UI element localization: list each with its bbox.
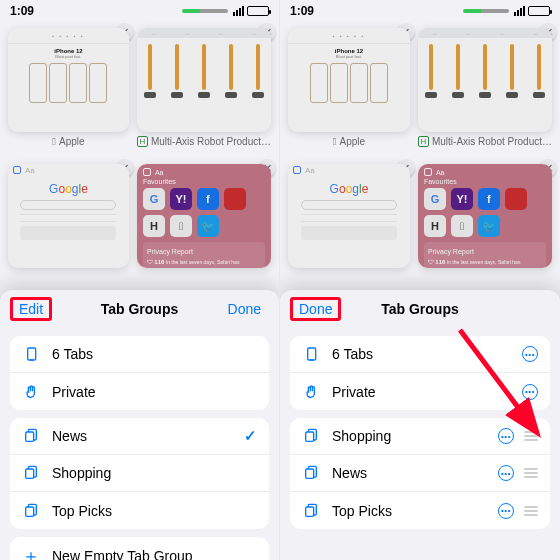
svg-rect-4 xyxy=(308,348,316,360)
hand-icon xyxy=(302,384,320,400)
edit-button[interactable]: Edit xyxy=(10,297,52,321)
drag-handle-icon[interactable] xyxy=(524,506,538,516)
tab-group-label: Top Picks xyxy=(52,503,257,519)
recording-indicator xyxy=(182,9,228,13)
tab-group-icon xyxy=(22,465,40,481)
svg-rect-3 xyxy=(26,507,34,516)
tab-group-icon xyxy=(302,503,320,519)
tab-group-icon xyxy=(302,428,320,444)
drag-handle-icon[interactable] xyxy=(524,468,538,478)
drag-handle-icon[interactable] xyxy=(524,431,538,441)
right-screenshot: 1:09 ✕ ▪ ▪ ▪ ▪ ▪ iPhone 12 Blast past fa… xyxy=(280,0,560,560)
hand-icon xyxy=(22,384,40,400)
battery-icon xyxy=(528,6,550,16)
tab-group-icon xyxy=(22,428,40,444)
recording-indicator xyxy=(463,9,509,13)
tab-group-row[interactable]: Top Picks••• xyxy=(290,492,550,529)
done-button[interactable]: Done xyxy=(220,298,269,320)
tab-overview-grid: ✕ ▪ ▪ ▪ ▪ ▪ iPhone 12 Blast past fast. … xyxy=(0,22,279,292)
tab-groups-sheet: Edit Tab Groups Done 6 Tabs Private News… xyxy=(0,290,279,560)
google-logo: Google xyxy=(330,182,369,196)
more-icon[interactable]: ••• xyxy=(522,384,538,400)
tab-group-row[interactable]: Shopping••• xyxy=(290,418,550,455)
tabs-icon xyxy=(22,346,40,362)
tab-thumb-robot[interactable]: ✕ ———— ····· HMulti-Axis Robot Product… xyxy=(137,28,271,156)
battery-icon xyxy=(247,6,269,16)
tab-thumb-google[interactable]: ✕ Aa Google xyxy=(288,164,410,292)
tabs-icon xyxy=(302,346,320,362)
status-bar: 1:09 xyxy=(0,0,279,22)
tab-group-label: Shopping xyxy=(52,465,257,481)
status-time: 1:09 xyxy=(10,4,34,18)
favourites-grid: GY!f H🐦 xyxy=(143,188,265,237)
more-icon[interactable]: ••• xyxy=(498,503,514,519)
tab-groups-list: Shopping•••News•••Top Picks••• xyxy=(290,418,550,529)
svg-rect-0 xyxy=(28,348,36,360)
tab-group-label: Shopping xyxy=(332,428,486,444)
cellular-signal-icon xyxy=(514,6,525,16)
tab-thumb-robot[interactable]: ✕ ———— ····· HMulti-Axis Robot Product… xyxy=(418,28,552,156)
site-favicon: H xyxy=(418,136,429,147)
tab-group-icon xyxy=(302,465,320,481)
svg-rect-7 xyxy=(306,507,314,516)
apple-logo-icon:  xyxy=(333,136,337,147)
svg-rect-2 xyxy=(26,469,34,478)
more-icon[interactable]: ••• xyxy=(522,346,538,362)
tab-groups-list: News✓ShoppingTop Picks xyxy=(10,418,269,529)
new-tab-group-row[interactable]: ＋ New Empty Tab Group xyxy=(10,537,269,560)
svg-rect-1 xyxy=(26,432,34,441)
checkmark-icon: ✓ xyxy=(244,427,257,445)
cellular-signal-icon xyxy=(233,6,244,16)
tab-group-row[interactable]: Top Picks xyxy=(10,492,269,529)
svg-rect-6 xyxy=(306,469,314,478)
status-time: 1:09 xyxy=(290,4,314,18)
tab-thumb-favourites[interactable]: ✕ Aa Favourites GY!f H🐦 Privacy Report … xyxy=(418,164,552,292)
shield-icon: 🛡 xyxy=(147,259,153,265)
tab-group-label: Top Picks xyxy=(332,503,486,519)
tabs-count-row[interactable]: 6 Tabs ••• xyxy=(290,336,550,373)
tab-group-row[interactable]: News✓ xyxy=(10,418,269,455)
left-screenshot: 1:09 ✕ ▪ ▪ ▪ ▪ ▪ iPhone 12 Blast past fa… xyxy=(0,0,280,560)
tab-group-icon xyxy=(22,503,40,519)
tab-thumb-favourites[interactable]: ✕ Aa Favourites GY!f H🐦 Privacy Report … xyxy=(137,164,271,292)
plus-icon: ＋ xyxy=(22,544,40,561)
svg-rect-5 xyxy=(306,432,314,441)
status-bar: 1:09 xyxy=(280,0,560,22)
private-row[interactable]: Private xyxy=(10,373,269,410)
tab-group-label: News xyxy=(332,465,486,481)
done-button[interactable]: Done xyxy=(290,297,341,321)
apple-logo-icon:  xyxy=(52,136,56,147)
google-logo: Google xyxy=(49,182,88,196)
tab-group-row[interactable]: Shopping xyxy=(10,455,269,492)
shield-icon: 🛡 xyxy=(428,259,434,265)
tabs-count-row[interactable]: 6 Tabs xyxy=(10,336,269,373)
tab-groups-sheet: Done Tab Groups 6 Tabs ••• Private ••• S… xyxy=(280,290,560,560)
favourites-grid: GY!f H🐦 xyxy=(424,188,546,237)
tab-thumb-apple[interactable]: ✕ ▪ ▪ ▪ ▪ ▪ iPhone 12 Blast past fast. … xyxy=(8,28,129,156)
tab-thumb-google[interactable]: ✕ Aa Google xyxy=(8,164,129,292)
tab-thumb-apple[interactable]: ✕ ▪ ▪ ▪ ▪ ▪ iPhone 12 Blast past fast. … xyxy=(288,28,410,156)
private-row[interactable]: Private ••• xyxy=(290,373,550,410)
tab-group-row[interactable]: News••• xyxy=(290,455,550,492)
tab-group-label: News xyxy=(52,428,232,444)
tab-overview-grid: ✕ ▪ ▪ ▪ ▪ ▪ iPhone 12 Blast past fast. … xyxy=(280,22,560,292)
more-icon[interactable]: ••• xyxy=(498,465,514,481)
site-favicon: H xyxy=(137,136,148,147)
more-icon[interactable]: ••• xyxy=(498,428,514,444)
